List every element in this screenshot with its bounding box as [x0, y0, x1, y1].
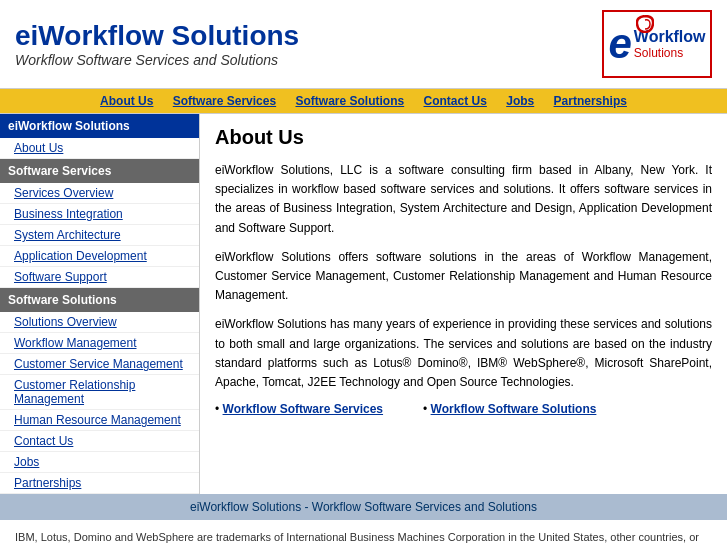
footer-blue-text: eiWorkflow Solutions - Workflow Software… — [190, 500, 537, 514]
content-links: Workflow Software Services Workflow Soft… — [215, 402, 712, 416]
page-title: About Us — [215, 126, 712, 149]
nav-contact-us[interactable]: Contact Us — [424, 94, 487, 108]
sidebar-item-system-architecture[interactable]: System Architecture — [0, 225, 199, 246]
content-paragraph-1: eiWorkflow Solutions, LLC is a software … — [215, 161, 712, 238]
sidebar-item-application-development[interactable]: Application Development — [0, 246, 199, 267]
navbar: About Us Software Services Software Solu… — [0, 88, 727, 114]
main-content: About Us eiWorkflow Solutions, LLC is a … — [200, 114, 727, 494]
sidebar-item-hrm[interactable]: Human Resource Management — [0, 410, 199, 431]
nav-partnerships[interactable]: Partnerships — [554, 94, 627, 108]
content-paragraph-3: eiWorkflow Solutions has many years of e… — [215, 315, 712, 392]
logo-solutions: Solutions — [634, 46, 706, 60]
sidebar-item-workflow-management[interactable]: Workflow Management — [0, 333, 199, 354]
main-layout: eiWorkflow Solutions About Us Software S… — [0, 114, 727, 494]
content-paragraph-2: eiWorkflow Solutions offers software sol… — [215, 248, 712, 306]
sidebar-item-customer-service-management[interactable]: Customer Service Management — [0, 354, 199, 375]
bullet-2: Workflow Software Solutions — [423, 402, 596, 416]
logo-swirl-icon — [636, 15, 654, 33]
sidebar-item-partnerships[interactable]: Partnerships — [0, 473, 199, 494]
sidebar-item-software-support[interactable]: Software Support — [0, 267, 199, 288]
sidebar-item-solutions-overview[interactable]: Solutions Overview — [0, 312, 199, 333]
site-title: eiWorkflow Solutions — [15, 20, 299, 52]
nav-software-solutions[interactable]: Software Solutions — [295, 94, 404, 108]
logo: e Workflow Solutions — [602, 10, 712, 78]
site-subtitle: Workflow Software Services and Solutions — [15, 52, 299, 68]
footer-disclaimers: IBM, Lotus, Domino and WebSphere are tra… — [0, 520, 727, 545]
sidebar-item-business-integration[interactable]: Business Integration — [0, 204, 199, 225]
bullet-1: Workflow Software Services — [215, 402, 383, 416]
logo-e-letter: e — [608, 23, 631, 65]
link-workflow-services[interactable]: Workflow Software Services — [223, 402, 384, 416]
header: eiWorkflow Solutions Workflow Software S… — [0, 0, 727, 88]
footer-blue-bar: eiWorkflow Solutions - Workflow Software… — [0, 494, 727, 520]
sidebar-header-software-services: Software Services — [0, 159, 199, 183]
sidebar-brand: eiWorkflow Solutions — [0, 114, 199, 138]
link-workflow-solutions[interactable]: Workflow Software Solutions — [431, 402, 597, 416]
sidebar-item-about-us[interactable]: About Us — [0, 138, 199, 159]
nav-software-services[interactable]: Software Services — [173, 94, 276, 108]
disclaimer-ibm: IBM, Lotus, Domino and WebSphere are tra… — [15, 528, 712, 545]
sidebar-header-software-solutions: Software Solutions — [0, 288, 199, 312]
sidebar: eiWorkflow Solutions About Us Software S… — [0, 114, 200, 494]
sidebar-item-jobs[interactable]: Jobs — [0, 452, 199, 473]
sidebar-item-contact-us[interactable]: Contact Us — [0, 431, 199, 452]
header-left: eiWorkflow Solutions Workflow Software S… — [15, 20, 299, 68]
sidebar-item-services-overview[interactable]: Services Overview — [0, 183, 199, 204]
nav-jobs[interactable]: Jobs — [506, 94, 534, 108]
nav-about-us[interactable]: About Us — [100, 94, 153, 108]
sidebar-item-crm[interactable]: Customer Relationship Management — [0, 375, 199, 410]
